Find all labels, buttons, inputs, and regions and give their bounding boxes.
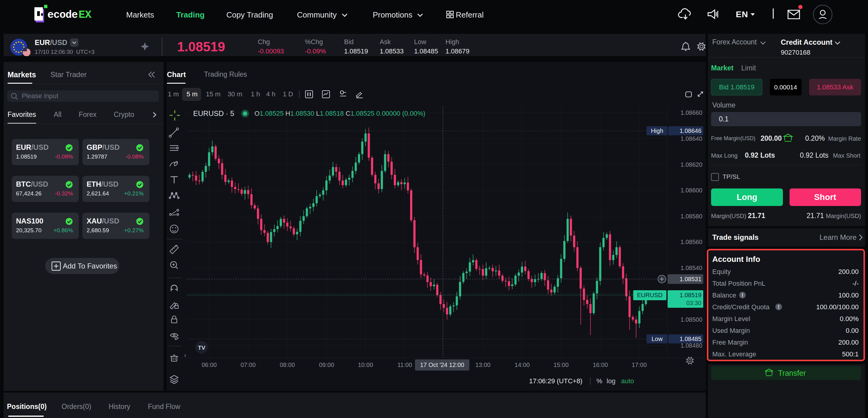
- svg-text:!: !: [778, 304, 780, 310]
- svg-text:!: !: [742, 292, 743, 298]
